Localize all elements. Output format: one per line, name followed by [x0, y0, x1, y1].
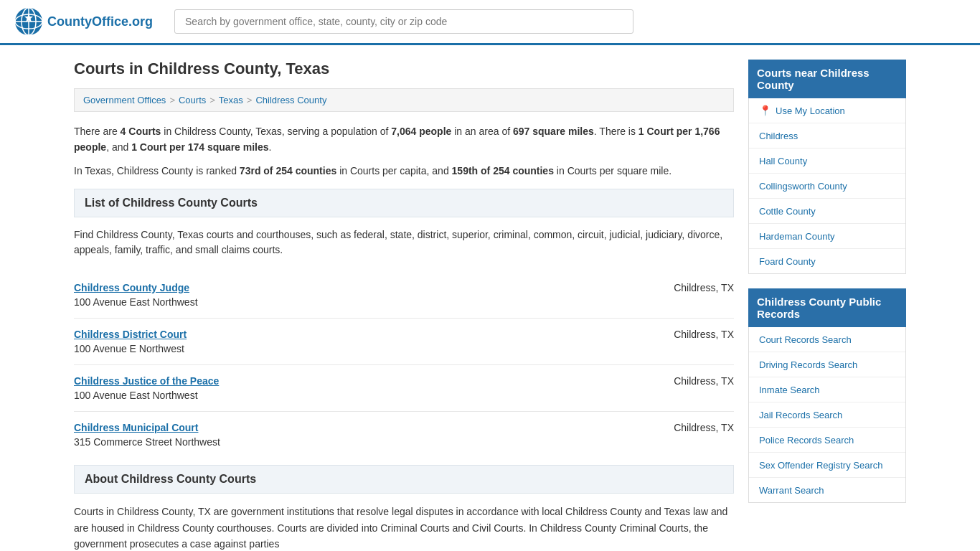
desc-rank1: 73rd of 254 counties: [240, 165, 336, 176]
court-link[interactable]: Childress County Judge: [74, 282, 189, 293]
sidebar-near-items: 📍 Use My Location Childress Hall County …: [748, 98, 906, 274]
sidebar-records-box: Childress County Public Records Court Re…: [748, 288, 906, 503]
court-left: Childress Justice of the Peace 100 Avenu…: [74, 375, 219, 401]
desc-end: .: [269, 141, 272, 153]
desc-area: 697 square miles: [513, 126, 594, 137]
court-name: Childress District Court: [74, 329, 187, 340]
page-title: Courts in Childress County, Texas: [74, 60, 734, 78]
location-icon: 📍: [759, 105, 771, 116]
desc-mid3: , and: [106, 141, 131, 153]
desc-pre1: There are: [74, 126, 121, 137]
sidebar-link-warrant[interactable]: Warrant Search: [759, 485, 824, 496]
sidebar-link-inmate[interactable]: Inmate Search: [759, 385, 820, 395]
search-input[interactable]: [174, 9, 633, 34]
desc-rank-mid: in Courts per capita, and: [336, 165, 451, 176]
sidebar-link-foard[interactable]: Foard County: [759, 256, 816, 267]
sidebar-link-childress[interactable]: Childress: [759, 131, 798, 141]
breadcrumb-sep-3: >: [247, 95, 253, 105]
content-wrapper: Courts in Childress County, Texas Govern…: [60, 45, 920, 551]
sidebar-records-title: Childress County Public Records: [748, 288, 906, 327]
breadcrumb-link-gov[interactable]: Government Offices: [83, 95, 166, 105]
use-my-location-link[interactable]: Use My Location: [776, 105, 845, 116]
desc-mid2: in an area of: [451, 126, 513, 137]
sidebar-near-title: Courts near Childress County: [748, 60, 906, 98]
header: CountyOffice.org: [0, 0, 980, 45]
table-row: Childress County Judge 100 Avenue East N…: [74, 272, 734, 319]
desc-rank2: 159th of 254 counties: [452, 165, 554, 176]
sidebar-item: Police Records Search: [749, 428, 905, 453]
description: There are 4 Courts in Childress County, …: [74, 123, 734, 179]
sidebar-item: Inmate Search: [749, 377, 905, 402]
sidebar-link-police-records[interactable]: Police Records Search: [759, 435, 854, 446]
sidebar-link-driving-records[interactable]: Driving Records Search: [759, 359, 857, 370]
court-left: Childress County Judge 100 Avenue East N…: [74, 282, 198, 308]
logo-icon: [14, 7, 43, 36]
logo-suffix: .org: [128, 14, 153, 29]
table-row: Childress Justice of the Peace 100 Avenu…: [74, 365, 734, 412]
court-address: 100 Avenue E Northwest: [74, 343, 187, 354]
sidebar-item: Warrant Search: [749, 478, 905, 502]
sidebar-item: Jail Records Search: [749, 402, 905, 428]
sidebar-link-cottle[interactable]: Cottle County: [759, 206, 816, 217]
search-box[interactable]: [174, 9, 633, 34]
sidebar-item-location[interactable]: 📍 Use My Location: [749, 98, 905, 123]
court-name: Childress Justice of the Peace: [74, 375, 219, 387]
desc-per-mile: 1 Court per 174 square miles: [131, 141, 268, 153]
breadcrumb: Government Offices > Courts > Texas > Ch…: [74, 88, 734, 112]
breadcrumb-sep-1: >: [169, 95, 175, 105]
desc-rank-pre: In Texas, Childress County is ranked: [74, 165, 240, 176]
about-section: About Childress County Courts Courts in …: [74, 465, 734, 551]
list-section: List of Childress County Courts Find Chi…: [74, 189, 734, 258]
logo-area: CountyOffice.org: [14, 7, 153, 36]
court-name: Childress County Judge: [74, 282, 198, 293]
list-section-header: List of Childress County Courts: [74, 189, 734, 217]
sidebar-item: Foard County: [749, 249, 905, 273]
breadcrumb-link-texas[interactable]: Texas: [219, 95, 243, 105]
sidebar-item: Collingsworth County: [749, 174, 905, 199]
about-section-header: About Childress County Courts: [74, 465, 734, 494]
court-left: Childress District Court 100 Avenue E No…: [74, 329, 187, 354]
sidebar-item: Cottle County: [749, 199, 905, 224]
sidebar-item: Court Records Search: [749, 327, 905, 352]
sidebar-item: Hardeman County: [749, 224, 905, 249]
desc-courts-count: 4 Courts: [121, 126, 161, 137]
court-city: Childress, TX: [674, 375, 734, 387]
list-description: Find Childress County, Texas courts and …: [74, 227, 734, 258]
sidebar-records-items: Court Records Search Driving Records Sea…: [748, 327, 906, 503]
sidebar-near-box: Courts near Childress County 📍 Use My Lo…: [748, 60, 906, 274]
court-name: Childress Municipal Court: [74, 422, 220, 433]
sidebar-link-court-records[interactable]: Court Records Search: [759, 334, 852, 345]
desc-mid1: in Childress County, Texas, serving a po…: [161, 126, 391, 137]
sidebar-link-hall-county[interactable]: Hall County: [759, 156, 807, 166]
sidebar-item: Sex Offender Registry Search: [749, 453, 905, 478]
breadcrumb-link-county[interactable]: Childress County: [255, 95, 326, 105]
sidebar-link-collingsworth[interactable]: Collingsworth County: [759, 181, 847, 192]
court-city: Childress, TX: [674, 282, 734, 293]
about-text: Courts in Childress County, TX are gover…: [74, 504, 734, 551]
main-content: Courts in Childress County, Texas Govern…: [74, 60, 734, 551]
sidebar-link-hardeman[interactable]: Hardeman County: [759, 231, 835, 242]
court-link[interactable]: Childress Justice of the Peace: [74, 375, 219, 387]
court-city: Childress, TX: [674, 422, 734, 433]
court-list: Childress County Judge 100 Avenue East N…: [74, 272, 734, 458]
court-address: 100 Avenue East Northwest: [74, 390, 219, 401]
breadcrumb-sep-2: >: [209, 95, 215, 105]
court-city: Childress, TX: [674, 329, 734, 340]
sidebar-link-jail-records[interactable]: Jail Records Search: [759, 410, 842, 420]
table-row: Childress District Court 100 Avenue E No…: [74, 319, 734, 365]
desc-population: 7,064 people: [391, 126, 451, 137]
court-address: 315 Commerce Street Northwest: [74, 436, 220, 448]
logo-brand: CountyOffice: [47, 14, 128, 29]
table-row: Childress Municipal Court 315 Commerce S…: [74, 412, 734, 458]
sidebar: Courts near Childress County 📍 Use My Lo…: [748, 60, 906, 551]
court-link[interactable]: Childress Municipal Court: [74, 422, 198, 433]
breadcrumb-link-courts[interactable]: Courts: [179, 95, 206, 105]
court-left: Childress Municipal Court 315 Commerce S…: [74, 422, 220, 448]
sidebar-item: Childress: [749, 123, 905, 149]
sidebar-item: Driving Records Search: [749, 352, 905, 377]
logo-text: CountyOffice.org: [47, 14, 153, 29]
sidebar-item: Hall County: [749, 149, 905, 174]
sidebar-link-sex-offender[interactable]: Sex Offender Registry Search: [759, 460, 882, 471]
court-address: 100 Avenue East Northwest: [74, 296, 198, 308]
court-link[interactable]: Childress District Court: [74, 329, 187, 340]
